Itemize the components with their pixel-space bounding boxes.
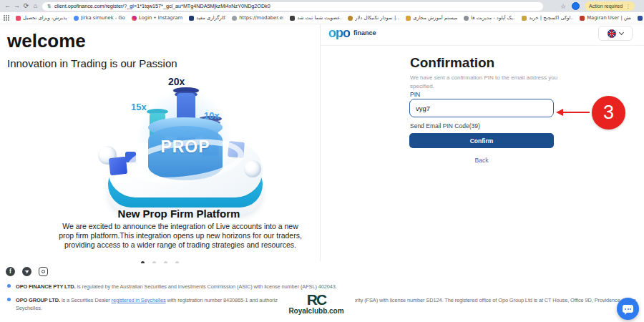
site-info-icon[interactable]: ⇅ <box>47 2 52 11</box>
home-icon[interactable]: ⌂ <box>31 0 40 12</box>
reload-icon[interactable]: ⟳ <box>21 0 31 12</box>
bullet-dot <box>7 298 11 301</box>
bookmark-item[interactable]: Login • Instagram <box>132 15 182 21</box>
back-link[interactable]: Back <box>409 157 554 164</box>
logo-brand-text: opo <box>328 26 350 39</box>
telegram-icon[interactable]: ➤ <box>22 267 31 276</box>
chevron-down-icon <box>619 30 624 35</box>
profile-avatar[interactable] <box>572 2 580 10</box>
bookmark-favicon <box>522 16 527 21</box>
registered-in-seychelles-link[interactable]: registered in Seychelles <box>112 297 166 303</box>
bookmarks-bar: پذیرش، ویزای تحصیل… Jirka simunek - Goo…… <box>0 12 644 24</box>
multiplier-15x-label: 15x <box>131 102 147 112</box>
instagram-icon[interactable] <box>39 267 48 276</box>
page-content: welcome Innovation in Trading is our Pas… <box>0 24 644 263</box>
bullet-dot <box>7 284 11 288</box>
bookmark-star-icon[interactable]: ☆ <box>560 3 566 10</box>
bookmark-item[interactable]: یک آپلود - مدیریت فا… <box>464 15 515 21</box>
globe-icon <box>464 16 469 21</box>
pin-label: PIN <box>410 91 420 98</box>
bookmark-item[interactable]: عضویت شما ثبت شد… <box>290 15 341 21</box>
confirmation-heading: Confirmation <box>410 55 494 71</box>
social-links: f ➤ <box>6 267 48 276</box>
back-icon[interactable]: ← <box>3 0 12 12</box>
bookmark-item[interactable]: سیستم آموزش مجازی… <box>406 15 457 21</box>
bookmark-favicon <box>348 16 353 21</box>
multiplier-10x-label: 10x <box>204 110 220 121</box>
header-divider <box>321 45 644 46</box>
prop-label: PROP <box>142 137 228 157</box>
royalclubb-watermark: RC Royalclubb.com <box>278 291 355 316</box>
watermark-site-text: Royalclubb.com <box>278 307 355 315</box>
bookmark-favicon <box>406 16 411 21</box>
url-text: client.opofinance.com/register/?_gl=1*1t… <box>54 3 270 9</box>
chat-widget-button[interactable] <box>617 298 639 320</box>
forward-icon[interactable]: → <box>12 0 21 12</box>
rc-logo: RC <box>278 292 355 307</box>
bookmark-item[interactable]: بانک کتاب ناهید | خری… <box>638 15 644 21</box>
kebab-menu-icon[interactable]: ⋮ <box>625 4 630 9</box>
prop-platform-illustration: 20x 15x 10x PROP <box>102 77 270 213</box>
send-email-pin-link[interactable]: Send Email PIN Code(39) <box>410 122 480 130</box>
bookmark-item[interactable]: اوکی اکسچنج | خرید… <box>522 15 573 21</box>
bookmark-favicon <box>16 16 21 21</box>
opo-finance-logo: opo finance <box>328 26 376 39</box>
bookmark-favicon <box>638 16 643 21</box>
confirm-button[interactable]: Confirm <box>409 133 554 148</box>
multiplier-20x-label: 20x <box>168 76 185 87</box>
slide-title: New Prop Firm Platform <box>29 208 329 220</box>
bookmark-favicon <box>232 16 237 21</box>
facebook-icon[interactable]: f <box>6 267 15 276</box>
page-title: welcome <box>7 30 86 52</box>
uk-flag-icon <box>608 29 616 38</box>
chat-bubble-icon <box>623 305 633 313</box>
action-required-label: Action required <box>589 4 623 9</box>
annotation-step-badge: 3 <box>592 96 625 130</box>
pin-input[interactable] <box>409 99 554 117</box>
address-bar[interactable]: ⇅ client.opofinance.com/register/?_gl=1*… <box>42 2 543 11</box>
bookmark-favicon <box>132 16 137 21</box>
apps-grid-icon[interactable] <box>4 15 9 21</box>
browser-toolbar: ← → ⟳ ⌂ ⇅ client.opofinance.com/register… <box>0 0 644 12</box>
bookmark-favicon <box>74 16 79 21</box>
sphere-decoration <box>244 160 261 177</box>
instagram-lens <box>42 270 45 273</box>
bookmark-item[interactable]: پذیرش، ویزای تحصیل… <box>16 15 67 21</box>
bookmark-item[interactable]: کارگزاری مفید <box>189 15 225 21</box>
bookmark-favicon <box>189 16 194 21</box>
bookmark-favicon <box>290 16 295 21</box>
confirmation-description: We have sent a confirmation PIN to the e… <box>410 74 562 90</box>
bookmark-item[interactable]: Magiran User | دانش… <box>580 15 631 21</box>
bookmark-item[interactable]: Jirka simunek - Goo… <box>74 15 125 21</box>
action-required-badge[interactable]: Action required ⋮ <box>585 1 635 11</box>
slide-description: We are excited to announce the integrati… <box>55 222 306 250</box>
annotation-arrow-line <box>562 112 590 113</box>
logo-suffix-text: finance <box>353 29 376 36</box>
page-subtitle: Innovation in Trading is our Passion <box>7 57 177 69</box>
bookmark-favicon <box>580 16 585 21</box>
language-selector[interactable] <box>598 26 633 41</box>
panel-divider <box>320 24 321 261</box>
footer: f ➤ OPO FINANCE PTY LTD. is regulated by… <box>0 263 644 322</box>
legal-text-opo-finance: OPO FINANCE PTY LTD. is regulated by the… <box>16 283 631 291</box>
bookmark-item[interactable]: https://modaber.exi… <box>232 15 283 21</box>
bookmark-item[interactable]: نمودار تکنیکال دلار |… <box>348 15 399 21</box>
